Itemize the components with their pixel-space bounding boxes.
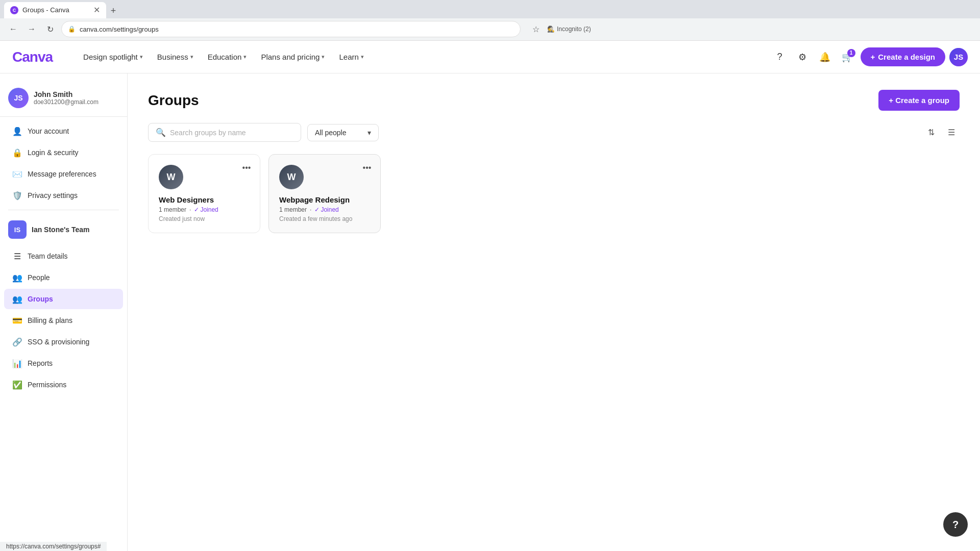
secure-icon: 🔒: [68, 26, 76, 33]
account-icon: 👤: [12, 126, 22, 136]
user-section: JS John Smith doe301200@gmail.com: [0, 82, 127, 117]
nav-plans-pricing[interactable]: Plans and pricing ▾: [255, 48, 331, 65]
settings-icon-button[interactable]: ⚙: [793, 48, 812, 66]
sidebar: JS John Smith doe301200@gmail.com 👤 Your…: [0, 73, 128, 551]
refresh-button[interactable]: ↻: [43, 22, 57, 36]
top-nav: Canva Design spotlight ▾ Business ▾ Educ…: [0, 41, 980, 73]
create-group-button[interactable]: + Create a group: [878, 90, 960, 111]
team-avatar: IS: [8, 220, 27, 239]
nav-design-spotlight[interactable]: Design spotlight ▾: [77, 48, 149, 65]
page-title: Groups: [148, 92, 199, 109]
people-icon: 👥: [12, 272, 22, 283]
group-avatar-web-designers: W: [159, 165, 183, 189]
nav-business[interactable]: Business ▾: [151, 48, 200, 65]
check-icon: ✓: [194, 206, 199, 213]
sidebar-item-sso-provisioning[interactable]: 🔗 SSO & provisioning: [4, 332, 123, 352]
sidebar-item-login-security[interactable]: 🔒 Login & security: [4, 142, 123, 163]
chevron-down-icon: ▾: [243, 54, 247, 60]
permissions-icon: ✅: [12, 380, 22, 390]
card-menu-button-web-designers[interactable]: •••: [239, 161, 254, 175]
plus-icon: +: [871, 53, 875, 61]
nav-items: Design spotlight ▾ Business ▾ Education …: [77, 48, 754, 65]
incognito-badge: 🕵️ Incognito (2): [547, 26, 591, 33]
card-menu-button-webpage-redesign[interactable]: •••: [360, 161, 374, 175]
new-tab-button[interactable]: +: [106, 4, 120, 18]
sidebar-user-avatar[interactable]: JS: [8, 88, 29, 108]
sidebar-item-reports[interactable]: 📊 Reports: [4, 353, 123, 373]
filters-row: 🔍 All people ▾ ⇅ ☰: [148, 123, 960, 142]
cart-badge: 1: [847, 49, 855, 57]
check-icon: ✓: [314, 206, 320, 213]
joined-badge: ✓ Joined: [314, 206, 338, 213]
user-info: John Smith doe301200@gmail.com: [34, 90, 99, 106]
joined-badge: ✓ Joined: [194, 206, 218, 213]
notifications-icon-button[interactable]: 🔔: [816, 48, 834, 66]
tab-close-button[interactable]: ✕: [93, 5, 100, 15]
sidebar-user-email: doe301200@gmail.com: [34, 98, 99, 106]
canva-logo[interactable]: Canva: [12, 49, 53, 65]
status-bar: https://canva.com/settings/groups#: [0, 542, 107, 551]
browser-nav: ← → ↻ 🔒 canva.com/settings/groups ☆ 🕵️ I…: [0, 18, 980, 40]
sso-icon: 🔗: [12, 337, 22, 347]
address-bar[interactable]: 🔒 canva.com/settings/groups: [61, 21, 521, 37]
nav-right-icons: ? ⚙ 🔔 🛒 1 + Create a design JS: [771, 47, 968, 66]
content-area: Groups + Create a group 🔍 All people ▾ ⇅…: [128, 73, 980, 551]
group-card-web-designers[interactable]: W Web Designers 1 member · ✓ Joined Crea…: [148, 154, 260, 233]
list-view-button[interactable]: ☰: [943, 124, 960, 141]
sidebar-item-billing-plans[interactable]: 💳 Billing & plans: [4, 310, 123, 331]
member-count: 1 member: [279, 206, 307, 213]
chevron-down-icon: ▾: [190, 54, 193, 60]
team-section: IS Ian Stone's Team: [0, 214, 127, 245]
sort-button[interactable]: ⇅: [923, 124, 939, 141]
sidebar-item-your-account[interactable]: 👤 Your account: [4, 121, 123, 141]
user-avatar[interactable]: JS: [949, 48, 968, 66]
browser-chrome: C Groups - Canva ✕ + ← → ↻ 🔒 canva.com/s…: [0, 0, 980, 41]
sidebar-item-permissions[interactable]: ✅ Permissions: [4, 374, 123, 395]
view-controls: ⇅ ☰: [923, 124, 960, 141]
create-design-button[interactable]: + Create a design: [861, 47, 945, 66]
group-created-web-designers: Created just now: [159, 215, 250, 222]
user-avatar-image: JS: [949, 48, 968, 66]
search-input[interactable]: [170, 129, 293, 137]
nav-education[interactable]: Education ▾: [202, 48, 253, 65]
all-people-filter[interactable]: All people ▾: [307, 124, 379, 141]
member-count: 1 member: [159, 206, 186, 213]
sidebar-item-privacy-settings[interactable]: 🛡️ Privacy settings: [4, 185, 123, 206]
search-box[interactable]: 🔍: [148, 123, 301, 142]
group-created-webpage-redesign: Created a few minutes ago: [279, 215, 370, 222]
active-tab[interactable]: C Groups - Canva ✕: [4, 2, 106, 18]
group-meta-webpage-redesign: 1 member · ✓ Joined: [279, 206, 370, 213]
help-button[interactable]: ?: [943, 512, 968, 537]
nav-learn[interactable]: Learn ▾: [333, 48, 370, 65]
dot-separator: ·: [189, 206, 191, 213]
sidebar-user-avatar-image: JS: [8, 88, 29, 108]
sidebar-item-groups[interactable]: 👥 Groups: [4, 289, 123, 309]
chevron-down-icon: ▾: [322, 54, 325, 60]
group-name-webpage-redesign: Webpage Redesign: [279, 195, 370, 204]
chevron-down-icon: ▾: [140, 54, 143, 60]
groups-icon: 👥: [12, 294, 22, 304]
group-card-webpage-redesign[interactable]: W Webpage Redesign 1 member · ✓ Joined C…: [268, 154, 381, 233]
app-container: Canva Design spotlight ▾ Business ▾ Educ…: [0, 41, 980, 551]
cart-icon-button[interactable]: 🛒 1: [838, 48, 856, 66]
lock-icon: 🔒: [12, 147, 22, 158]
page-header: Groups + Create a group: [148, 90, 960, 111]
bookmark-button[interactable]: ☆: [529, 22, 543, 36]
sidebar-item-people[interactable]: 👥 People: [4, 267, 123, 288]
shield-icon: 🛡️: [12, 190, 22, 201]
team-details-icon: ☰: [12, 251, 22, 261]
message-icon: ✉️: [12, 169, 22, 179]
tab-favicon: C: [10, 6, 18, 14]
sidebar-item-team-details[interactable]: ☰ Team details: [4, 246, 123, 266]
back-button[interactable]: ←: [6, 22, 20, 36]
group-name-web-designers: Web Designers: [159, 195, 250, 204]
main-layout: JS John Smith doe301200@gmail.com 👤 Your…: [0, 73, 980, 551]
status-url: https://canva.com/settings/groups#: [6, 543, 101, 550]
forward-button[interactable]: →: [24, 22, 39, 36]
chevron-down-icon: ▾: [361, 54, 364, 60]
help-icon-button[interactable]: ?: [771, 48, 789, 66]
sidebar-divider: [8, 210, 119, 210]
sidebar-item-message-preferences[interactable]: ✉️ Message preferences: [4, 164, 123, 184]
dot-separator: ·: [310, 206, 311, 213]
group-meta-web-designers: 1 member · ✓ Joined: [159, 206, 250, 213]
